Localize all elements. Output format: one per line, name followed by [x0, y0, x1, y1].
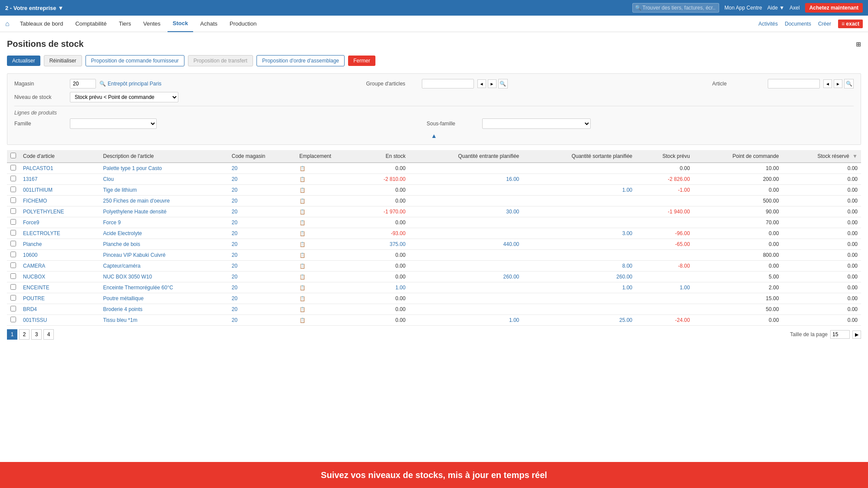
home-icon[interactable]: ⌂ — [5, 20, 10, 28]
help-link[interactable]: Aide ▼ — [767, 5, 784, 11]
col-qt-sortante[interactable]: Quantité sortante planifiée — [523, 150, 636, 163]
row-description[interactable]: Planche de bois — [100, 239, 228, 250]
row-checkbox[interactable] — [10, 273, 16, 279]
groupe-articles-input[interactable] — [422, 79, 474, 88]
row-checkbox-cell[interactable] — [7, 261, 20, 272]
select-all-header[interactable] — [7, 150, 20, 163]
row-checkbox[interactable] — [10, 187, 16, 192]
row-checkbox[interactable] — [10, 317, 16, 322]
page-1-button[interactable]: 1 — [7, 329, 17, 340]
page-size-input[interactable] — [830, 330, 850, 339]
row-description[interactable]: Force 9 — [100, 217, 228, 228]
fermer-button[interactable]: Fermer — [348, 56, 375, 66]
row-emplacement[interactable]: 📋 — [296, 315, 361, 326]
row-checkbox[interactable] — [10, 241, 16, 246]
famille-select[interactable] — [70, 118, 157, 129]
row-description[interactable]: Acide Electrolyte — [100, 228, 228, 239]
row-emplacement[interactable]: 📋 — [296, 293, 361, 304]
nav-item-ventes[interactable]: Ventes — [138, 16, 166, 32]
row-code[interactable]: 10600 — [20, 250, 100, 261]
row-code[interactable]: POUTRE — [20, 293, 100, 304]
row-code[interactable]: 001LITHIUM — [20, 185, 100, 196]
row-magasin[interactable]: 20 — [228, 304, 296, 315]
row-checkbox-cell[interactable] — [7, 163, 20, 174]
row-magasin[interactable]: 20 — [228, 239, 296, 250]
row-description[interactable]: NUC BOX 3050 W10 — [100, 272, 228, 282]
row-magasin[interactable]: 20 — [228, 282, 296, 293]
row-description[interactable]: Clou — [100, 174, 228, 185]
row-magasin[interactable]: 20 — [228, 163, 296, 174]
proposition-commande-button[interactable]: Proposition de commande fournisseur — [85, 55, 184, 66]
row-checkbox-cell[interactable] — [7, 315, 20, 326]
col-en-stock[interactable]: En stock — [361, 150, 409, 163]
row-magasin[interactable]: 20 — [228, 315, 296, 326]
row-description[interactable]: Broderie 4 points — [100, 304, 228, 315]
row-code[interactable]: POLYETHYLENE — [20, 206, 100, 217]
row-emplacement[interactable]: 📋 — [296, 217, 361, 228]
row-emplacement[interactable]: 📋 — [296, 250, 361, 261]
nav-item-stock[interactable]: Stock — [168, 16, 193, 32]
row-description[interactable]: Tissu bleu *1m — [100, 315, 228, 326]
col-qt-entrante[interactable]: Quantité entrante planifiée — [409, 150, 523, 163]
row-checkbox-cell[interactable] — [7, 217, 20, 228]
global-search-input[interactable] — [632, 3, 719, 13]
row-checkbox-cell[interactable] — [7, 228, 20, 239]
row-magasin[interactable]: 20 — [228, 293, 296, 304]
page-3-button[interactable]: 3 — [31, 329, 42, 340]
col-magasin[interactable]: Code magasin — [228, 150, 296, 163]
row-checkbox[interactable] — [10, 295, 16, 301]
row-code[interactable]: ENCEINTE — [20, 282, 100, 293]
proposition-ordre-button[interactable]: Proposition d'ordre d'assemblage — [256, 55, 345, 66]
select-all-checkbox[interactable] — [10, 153, 16, 158]
row-checkbox[interactable] — [10, 252, 16, 257]
nav-item-achats[interactable]: Achats — [195, 16, 223, 32]
row-checkbox[interactable] — [10, 176, 16, 181]
col-stock-reserve[interactable]: Stock réservé ▼ — [783, 150, 861, 163]
magasin-input[interactable] — [70, 79, 96, 88]
row-description[interactable]: Pinceau VIP Kabuki Cuivré — [100, 250, 228, 261]
row-magasin[interactable]: 20 — [228, 272, 296, 282]
collapse-filters-btn[interactable]: ▲ — [431, 132, 437, 139]
buy-button[interactable]: Achetez maintenant — [805, 3, 863, 13]
niveau-stock-select[interactable]: Stock prévu < Point de commande — [70, 92, 178, 102]
row-magasin[interactable]: 20 — [228, 217, 296, 228]
row-checkbox-cell[interactable] — [7, 272, 20, 282]
row-checkbox[interactable] — [10, 208, 16, 214]
row-checkbox-cell[interactable] — [7, 250, 20, 261]
row-checkbox[interactable] — [10, 197, 16, 203]
magasin-link[interactable]: 🔍 Entrepôt principal Paris — [99, 81, 161, 87]
page-2-button[interactable]: 2 — [19, 329, 30, 340]
row-checkbox-cell[interactable] — [7, 304, 20, 315]
creer-link[interactable]: Créer — [818, 21, 831, 27]
row-checkbox-cell[interactable] — [7, 239, 20, 250]
row-checkbox[interactable] — [10, 262, 16, 268]
nav-item-comptabilite[interactable]: Comptabilité — [70, 16, 112, 32]
row-magasin[interactable]: 20 — [228, 250, 296, 261]
col-point-commande[interactable]: Point de commande — [694, 150, 783, 163]
row-emplacement[interactable]: 📋 — [296, 228, 361, 239]
nav-item-tiers[interactable]: Tiers — [114, 16, 136, 32]
row-code[interactable]: 001TISSU — [20, 315, 100, 326]
row-checkbox[interactable] — [10, 219, 16, 225]
row-description[interactable]: Tige de lithium — [100, 185, 228, 196]
row-checkbox-cell[interactable] — [7, 196, 20, 206]
groupe-search-button[interactable]: 🔍 — [498, 79, 508, 88]
col-emplacement[interactable]: Emplacement — [296, 150, 361, 163]
row-emplacement[interactable]: 📋 — [296, 185, 361, 196]
reinitialiser-button[interactable]: Réinitialiser — [44, 55, 82, 66]
row-checkbox-cell[interactable] — [7, 185, 20, 196]
row-emplacement[interactable]: 📋 — [296, 272, 361, 282]
row-description[interactable]: Polyethylene Haute densité — [100, 206, 228, 217]
nav-item-production[interactable]: Production — [224, 16, 262, 32]
row-checkbox-cell[interactable] — [7, 282, 20, 293]
row-emplacement[interactable]: 📋 — [296, 261, 361, 272]
row-emplacement[interactable]: 📋 — [296, 174, 361, 185]
row-code[interactable]: 13167 — [20, 174, 100, 185]
article-input[interactable] — [768, 79, 820, 88]
row-emplacement[interactable]: 📋 — [296, 196, 361, 206]
row-magasin[interactable]: 20 — [228, 185, 296, 196]
groupe-next-button[interactable]: ► — [488, 79, 496, 88]
row-magasin[interactable]: 20 — [228, 228, 296, 239]
proposition-transfert-button[interactable]: Proposition de transfert — [188, 55, 253, 66]
page-size-increment[interactable]: ▶ — [852, 331, 861, 339]
